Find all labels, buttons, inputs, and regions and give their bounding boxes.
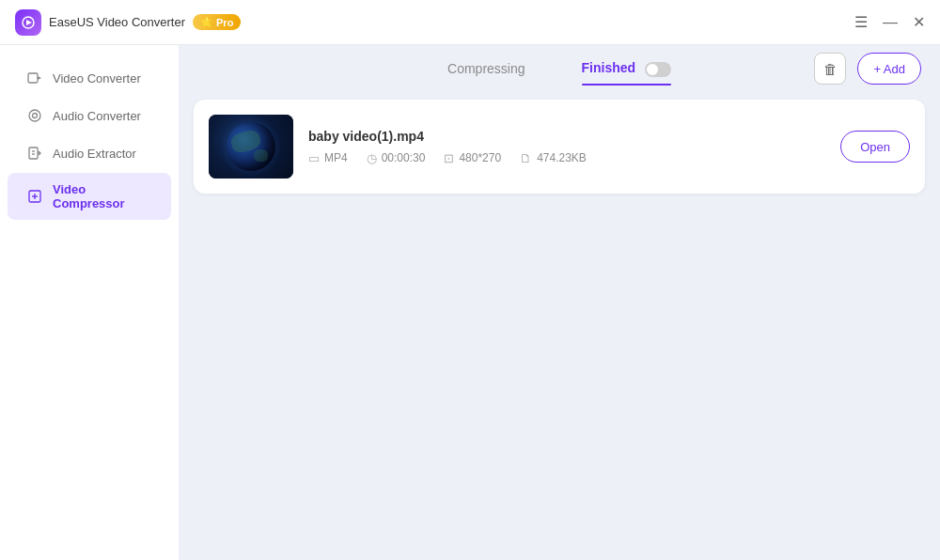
svg-rect-2: [28, 73, 38, 83]
meta-resolution: ⊡ 480*270: [444, 151, 501, 165]
sidebar-item-video-compressor[interactable]: Video Compressor: [8, 173, 171, 220]
video-converter-icon: [26, 70, 43, 86]
title-bar: EaseUS Video Converter ⭐ Pro ☰ — ✕: [0, 0, 940, 45]
sidebar-item-video-converter[interactable]: Video Converter: [8, 60, 171, 96]
sidebar-label-audio-converter: Audio Converter: [53, 109, 141, 123]
svg-point-5: [33, 114, 38, 118]
sidebar-label-audio-extractor: Audio Extractor: [53, 147, 136, 161]
sidebar-label-video-compressor: Video Compressor: [53, 182, 152, 210]
resolution-value: 480*270: [459, 151, 501, 164]
video-compressor-icon: [26, 188, 43, 205]
content-area: Compressing Finished 🗑 + Add: [179, 45, 940, 560]
meta-size: 🗋 474.23KB: [520, 151, 587, 165]
file-name: baby video(1).mp4: [308, 129, 825, 144]
sidebar-item-audio-extractor[interactable]: Audio Extractor: [8, 135, 171, 171]
close-button[interactable]: ✕: [913, 15, 925, 30]
app-title: EaseUS Video Converter: [49, 15, 185, 29]
minimize-button[interactable]: —: [883, 15, 898, 30]
meta-duration: ◷ 00:00:30: [367, 151, 426, 165]
open-button[interactable]: Open: [840, 131, 910, 163]
svg-marker-3: [38, 76, 41, 80]
tab-bar: Compressing Finished 🗑 + Add: [179, 45, 940, 92]
trash-icon: 🗑: [823, 61, 838, 77]
earth-visual: [209, 115, 293, 179]
title-bar-controls: ☰ — ✕: [854, 15, 925, 30]
toggle-switch[interactable]: [645, 62, 671, 77]
file-icon: 🗋: [520, 151, 532, 165]
sidebar: Video Converter Audio Converter: [0, 45, 179, 560]
sidebar-label-video-converter: Video Converter: [53, 71, 141, 86]
file-thumbnail: [209, 115, 293, 179]
file-meta: ▭ MP4 ◷ 00:00:30 ⊡ 480*270 🗋: [308, 151, 825, 165]
table-row: baby video(1).mp4 ▭ MP4 ◷ 00:00:30 ⊡: [194, 100, 925, 194]
meta-format: ▭ MP4: [308, 151, 348, 165]
earth-globe: [227, 122, 275, 171]
toolbar: 🗑 + Add: [814, 53, 921, 85]
clock-icon: ◷: [367, 151, 377, 165]
sidebar-item-audio-converter[interactable]: Audio Converter: [8, 98, 171, 133]
trash-button[interactable]: 🗑: [814, 53, 846, 85]
tab-compressing[interactable]: Compressing: [447, 54, 525, 84]
format-value: MP4: [324, 151, 348, 164]
app-logo: [15, 9, 41, 36]
format-icon: ▭: [308, 151, 320, 165]
svg-marker-1: [26, 20, 32, 25]
audio-converter-icon: [26, 107, 43, 124]
svg-point-4: [29, 110, 40, 121]
audio-extractor-icon: [26, 145, 43, 162]
file-info: baby video(1).mp4 ▭ MP4 ◷ 00:00:30 ⊡: [308, 129, 825, 165]
tab-finished[interactable]: Finished: [582, 53, 671, 84]
resolution-icon: ⊡: [444, 151, 454, 165]
pro-badge: ⭐ Pro: [193, 14, 241, 30]
menu-button[interactable]: ☰: [854, 15, 868, 30]
main-layout: Video Converter Audio Converter: [0, 45, 940, 560]
duration-value: 00:00:30: [382, 151, 426, 164]
svg-rect-6: [29, 148, 38, 159]
title-bar-left: EaseUS Video Converter ⭐ Pro: [15, 9, 241, 36]
file-list: baby video(1).mp4 ▭ MP4 ◷ 00:00:30 ⊡: [179, 92, 940, 560]
add-button[interactable]: + Add: [857, 53, 921, 85]
size-value: 474.23KB: [537, 151, 587, 164]
